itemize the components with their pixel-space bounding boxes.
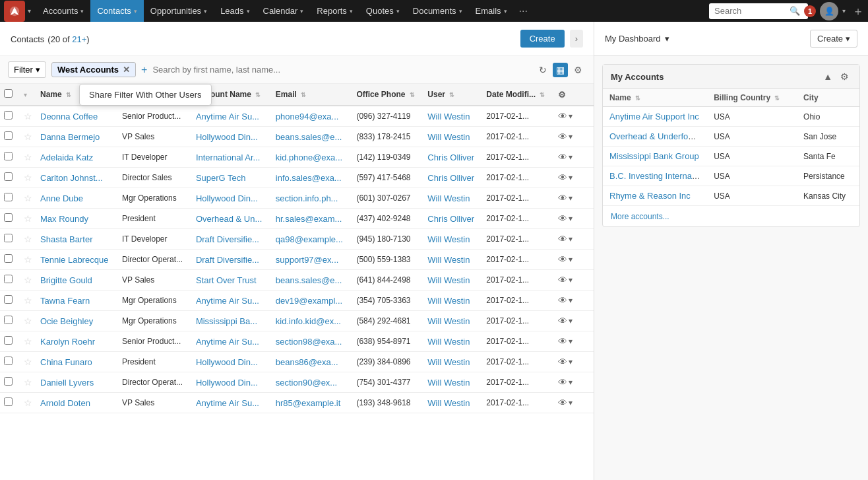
account-link[interactable]: Overhead & Underfoot ... xyxy=(609,131,705,141)
contact-name-link[interactable]: Danna Bermejo xyxy=(40,132,100,142)
email-link[interactable]: kid.phone@exa... xyxy=(276,153,342,162)
filter-search-input[interactable] xyxy=(152,65,530,75)
row-dropdown-icon[interactable]: ▾ xyxy=(569,398,573,407)
user-column-header[interactable]: User ⇅ xyxy=(423,84,482,106)
user-link[interactable]: Will Westin xyxy=(427,112,470,121)
widget-collapse-button[interactable]: ▲ xyxy=(821,70,835,83)
user-avatar[interactable]: 👤 xyxy=(820,2,838,20)
preview-icon[interactable]: 👁 xyxy=(558,336,567,347)
favorite-star-icon[interactable]: ☆ xyxy=(24,234,32,244)
account-name-link[interactable]: Mississippi Ba... xyxy=(196,316,257,326)
row-checkbox[interactable] xyxy=(4,193,13,201)
favorite-star-icon[interactable]: ☆ xyxy=(24,397,32,408)
email-link[interactable]: beans.sales@e... xyxy=(276,132,342,142)
app-logo[interactable] xyxy=(4,1,25,22)
more-accounts-link[interactable]: More accounts... xyxy=(611,212,669,221)
count-link[interactable]: 21+ xyxy=(72,34,86,44)
nav-accounts[interactable]: Accounts ▾ xyxy=(36,0,90,22)
contact-name-link[interactable]: Adelaida Katz xyxy=(40,153,93,162)
preview-icon[interactable]: 👁 xyxy=(558,131,567,142)
contact-name-link[interactable]: Tennie Labrecque xyxy=(40,255,108,265)
favorite-star-icon[interactable]: ☆ xyxy=(24,213,32,224)
filter-add-button[interactable]: + xyxy=(141,64,147,76)
user-link[interactable]: Will Westin xyxy=(427,316,470,326)
row-checkbox[interactable] xyxy=(4,357,13,365)
account-name-link[interactable]: Anytime Air Su... xyxy=(196,337,259,347)
accounts-billing-header[interactable]: Billing Country ⇅ xyxy=(707,89,797,107)
preview-icon[interactable]: 👁 xyxy=(558,234,567,244)
account-name-link[interactable]: Draft Diversifie... xyxy=(196,255,259,265)
email-link[interactable]: section90@ex... xyxy=(276,378,337,388)
search-button[interactable]: 🔍 xyxy=(790,6,800,16)
contact-name-link[interactable]: Daniell Lyvers xyxy=(40,378,94,388)
dashboard-create-button[interactable]: Create ▾ xyxy=(810,30,857,48)
nav-more-button[interactable]: ··· xyxy=(514,5,533,17)
email-link[interactable]: section.info.ph... xyxy=(276,193,338,203)
account-name-link[interactable]: Anytime Air Su... xyxy=(196,112,259,121)
preview-icon[interactable]: 👁 xyxy=(558,295,567,306)
account-name-link[interactable]: Hollywood Din... xyxy=(196,193,258,203)
contact-name-link[interactable]: Shasta Barter xyxy=(40,234,93,244)
accounts-city-header[interactable]: City xyxy=(797,89,859,107)
favorite-star-icon[interactable]: ☆ xyxy=(24,131,32,142)
contact-name-link[interactable]: Arnold Doten xyxy=(40,398,90,408)
accounts-name-header[interactable]: Name ⇅ xyxy=(603,89,707,107)
user-link[interactable]: Will Westin xyxy=(427,296,470,306)
user-link[interactable]: Will Westin xyxy=(427,337,470,347)
preview-icon[interactable]: 👁 xyxy=(558,193,567,203)
row-dropdown-icon[interactable]: ▾ xyxy=(569,153,573,162)
account-link[interactable]: Mississippi Bank Group xyxy=(609,151,699,161)
nav-calendar[interactable]: Calendar ▾ xyxy=(257,0,311,22)
account-name-link[interactable]: Draft Diversifie... xyxy=(196,234,259,244)
favorite-star-icon[interactable]: ☆ xyxy=(24,357,32,367)
row-dropdown-icon[interactable]: ▾ xyxy=(569,378,573,387)
create-button[interactable]: Create xyxy=(520,30,565,48)
favorite-star-icon[interactable]: ☆ xyxy=(24,336,32,347)
row-checkbox[interactable] xyxy=(4,152,13,160)
row-checkbox[interactable] xyxy=(4,336,13,345)
account-name-link[interactable]: International Ar... xyxy=(196,153,261,162)
preview-icon[interactable]: 👁 xyxy=(558,111,567,121)
row-dropdown-icon[interactable]: ▾ xyxy=(569,357,573,366)
contact-name-link[interactable]: China Funaro xyxy=(40,357,92,367)
row-checkbox[interactable] xyxy=(4,213,13,222)
favorite-star-icon[interactable]: ☆ xyxy=(24,275,32,285)
favorite-star-icon[interactable]: ☆ xyxy=(24,193,32,203)
contact-name-link[interactable]: Karolyn Roehr xyxy=(40,337,95,347)
email-link[interactable]: beans86@exa... xyxy=(276,357,338,367)
account-name-link[interactable]: Hollywood Din... xyxy=(196,378,258,388)
logo-dropdown-arrow[interactable]: ▾ xyxy=(28,7,31,15)
favorite-star-icon[interactable]: ☆ xyxy=(24,254,32,265)
account-name-link[interactable]: SuperG Tech xyxy=(196,173,246,183)
nav-reports[interactable]: Reports ▾ xyxy=(310,0,359,22)
refresh-button[interactable]: ↻ xyxy=(536,63,550,77)
phone-column-header[interactable]: Office Phone ⇅ xyxy=(352,84,423,106)
row-dropdown-icon[interactable]: ▾ xyxy=(569,132,573,141)
contact-name-link[interactable]: Ocie Beighley xyxy=(40,316,93,326)
user-link[interactable]: Will Westin xyxy=(427,255,470,265)
email-column-header[interactable]: Email ⇅ xyxy=(272,84,353,106)
contact-name-link[interactable]: Max Roundy xyxy=(40,214,88,224)
contact-name-link[interactable]: Carlton Johnst... xyxy=(40,173,103,183)
contact-name-link[interactable]: Tawna Fearn xyxy=(40,296,90,306)
nav-opportunities[interactable]: Opportunities ▾ xyxy=(144,0,214,22)
row-dropdown-icon[interactable]: ▾ xyxy=(569,112,573,121)
preview-icon[interactable]: 👁 xyxy=(558,254,567,265)
row-dropdown-icon[interactable]: ▾ xyxy=(569,296,573,305)
row-dropdown-icon[interactable]: ▾ xyxy=(569,193,573,203)
preview-icon[interactable]: 👁 xyxy=(558,172,567,183)
favorite-star-icon[interactable]: ☆ xyxy=(24,377,32,388)
nav-emails[interactable]: Emails ▾ xyxy=(469,0,514,22)
date-column-header[interactable]: Date Modifi... ⇅ xyxy=(482,84,554,106)
row-dropdown-icon[interactable]: ▾ xyxy=(569,234,573,244)
quick-add-button[interactable]: ＋ xyxy=(852,3,864,19)
filter-tag-remove[interactable]: ✕ xyxy=(123,65,130,75)
preview-icon[interactable]: 👁 xyxy=(558,275,567,285)
row-dropdown-icon[interactable]: ▾ xyxy=(569,316,573,326)
actions-column-header[interactable]: ⚙ xyxy=(554,84,594,106)
email-link[interactable]: phone94@exa... xyxy=(276,112,339,121)
more-actions-button[interactable]: › xyxy=(570,30,583,48)
row-dropdown-icon[interactable]: ▾ xyxy=(569,275,573,285)
favorite-star-icon[interactable]: ☆ xyxy=(24,295,32,306)
user-link[interactable]: Will Westin xyxy=(427,357,470,367)
